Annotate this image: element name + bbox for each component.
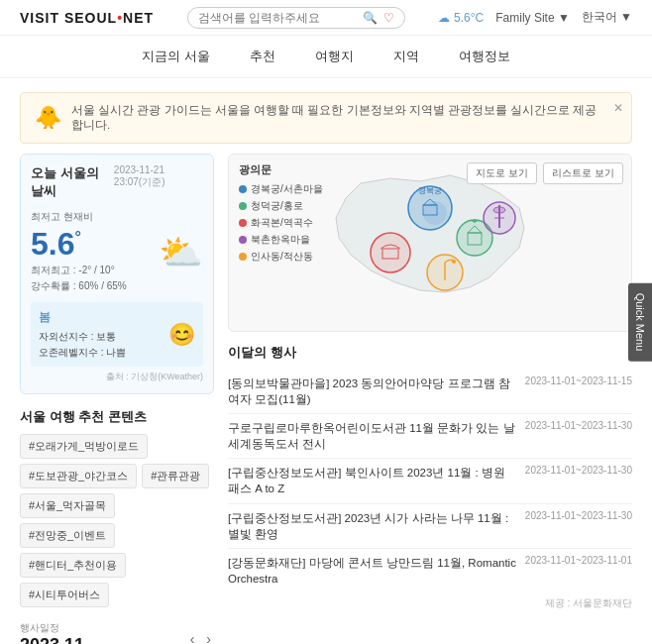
- main-nav: 지금의 서울 추천 여행지 지역 여행정보: [0, 36, 652, 78]
- left-column: 오늘 서울의 날씨 2023-11-21 23:07(기준) 최저고 현재비 5…: [20, 154, 214, 644]
- tag-grid: #오래가게_먹방이로드#도보관광_야간코스#관류관광#서울_먹자골목#전망중_이…: [20, 434, 214, 607]
- legend-item-4: 인사동/적산동: [239, 250, 323, 264]
- recommend-tag[interactable]: #도보관광_야간코스: [20, 464, 137, 488]
- recommend-section: 서울 여행 추천 콘텐츠 #오래가게_먹방이로드#도보관광_야간코스#관류관광#…: [20, 408, 214, 607]
- banner-text: 서울 실시간 관광 가이드는 서울을 여행할 때 필요한 기본정보와 지역별 관…: [71, 103, 601, 133]
- recommend-tag[interactable]: #핸디터_추천이용: [20, 553, 126, 578]
- weather-temperature: 5.6°: [31, 226, 127, 263]
- tower-top: [493, 207, 505, 213]
- events-section: 이달의 행사 [동의보박물관마을] 2023 동의안어마약당 프로그램 참여자 …: [228, 344, 632, 610]
- calendar-prev-button[interactable]: ‹: [187, 631, 198, 644]
- main-content: 오늘 서울의 날씨 2023-11-21 23:07(기준) 최저고 현재비 5…: [0, 154, 652, 644]
- search-icon[interactable]: 🔍: [363, 11, 378, 25]
- banner-close-button[interactable]: ✕: [613, 101, 623, 115]
- list-view-button[interactable]: 리스트로 보기: [543, 162, 623, 184]
- event-title[interactable]: [강동문화재단] 마당에 콘서트 낭만드림 11월, Romantic Orch…: [228, 555, 517, 587]
- events-list: [동의보박물관마을] 2023 동의안어마약당 프로그램 참여자 모집(11월)…: [228, 370, 632, 592]
- recommend-tag[interactable]: #오래가게_먹방이로드: [20, 434, 148, 459]
- legend-item-3: 북촌한옥마을: [239, 233, 323, 247]
- legend-item-0: 경복궁/서촌마을: [239, 182, 323, 196]
- right-column: 지도로 보기 리스트로 보기 광의문 경복궁/서촌마을청덕궁/홍로화곡본/역곡수…: [228, 154, 632, 644]
- legend-label: 화곡본/역곡수: [251, 216, 313, 230]
- language-selector[interactable]: 한국어 ▼: [582, 9, 632, 26]
- legend-dot: [239, 236, 247, 244]
- legend-dot: [239, 219, 247, 227]
- weather-card: 오늘 서울의 날씨 2023-11-21 23:07(기준) 최저고 현재비 5…: [20, 154, 214, 394]
- event-date: 2023-11-01~2023-11-30: [525, 420, 632, 431]
- map-legend: 광의문 경복궁/서촌마을청덕궁/홍로화곡본/역곡수북촌한옥마을인사동/적산동: [239, 162, 323, 264]
- legend-label: 북촌한옥마을: [251, 233, 310, 247]
- calendar-header: 행사일정 2023.11 ‹ ›: [20, 621, 214, 644]
- recommend-tag[interactable]: #서울_먹자골목: [20, 493, 115, 518]
- calendar-label: 행사일정: [20, 621, 84, 635]
- cloud-icon: ☁: [438, 11, 450, 25]
- event-date: 2023-11-01~2023-11-30: [525, 465, 632, 476]
- calendar-nav: ‹ ›: [187, 631, 214, 644]
- weather-sub-info: 최저최고 : -2° / 10° 강수확률 : 60% / 65%: [31, 263, 127, 294]
- legend-dot: [239, 253, 247, 261]
- events-source: 제공 : 서울문화재단: [228, 596, 632, 610]
- map-controls: 지도로 보기 리스트로 보기: [467, 162, 623, 184]
- search-bar: 🔍 ♡: [187, 7, 405, 29]
- event-title[interactable]: 구로구립로마루한옥어린이도서관 11월 문화가 있는 날 세계동독도서 전시: [228, 420, 517, 452]
- quick-menu[interactable]: Quick Menu: [628, 283, 652, 362]
- weather-feel-icon: 😊: [168, 322, 195, 348]
- legend-dot: [239, 202, 247, 210]
- legend-item-2: 화곡본/역곡수: [239, 216, 323, 230]
- legend-label: 경복궁/서촌마을: [251, 182, 323, 196]
- header: VISIT SEOUL•NET 🔍 ♡ ☁ 5.6°C Family Site …: [0, 0, 652, 36]
- info-banner: 🐥 서울 실시간 관광 가이드는 서울을 여행할 때 필요한 기본정보와 지역별…: [20, 92, 632, 144]
- legend-label: 청덕궁/홍로: [251, 199, 303, 213]
- header-right: ☁ 5.6°C Family Site ▼ 한국어 ▼: [438, 9, 632, 26]
- event-item: [강동문화재단] 마당에 콘서트 낭만드림 11월, Romantic Orch…: [228, 549, 632, 592]
- weather-cloud-icon: ⛅: [159, 232, 203, 273]
- nav-item-travel-info[interactable]: 여행정보: [459, 46, 510, 67]
- event-title[interactable]: [구립중산정보도서관] 2023년 시가 사라는 나무 11월 : 별빛 환영: [228, 510, 517, 542]
- events-title: 이달의 행사: [228, 344, 632, 362]
- weather-feel-card: 봄 자외선지수 : 보통 오존레벨지수 : 나쁨 😊: [31, 302, 203, 367]
- legend-item-1: 청덕궁/홍로: [239, 199, 323, 213]
- recommend-title: 서울 여행 추천 콘텐츠: [20, 408, 214, 426]
- recommend-tag[interactable]: #관류관광: [142, 464, 209, 488]
- event-item: [구립중산정보도서관] 2023년 시가 사라는 나무 11월 : 별빛 환영 …: [228, 504, 632, 549]
- temperature-value: 5.6°C: [454, 11, 484, 25]
- event-date: 2023-11-01~2023-11-01: [525, 555, 632, 566]
- legend-label: 인사동/적산동: [251, 250, 313, 264]
- lamp-bulb: [452, 260, 456, 264]
- weather-condition: 최저고 현재비: [31, 210, 127, 224]
- legend-title: 광의문: [239, 162, 323, 177]
- weather-ozone: 오존레벨지수 : 나쁨: [39, 345, 126, 361]
- logo-dot: •: [117, 10, 123, 26]
- duck-mascot: 🐥: [35, 105, 61, 131]
- event-date: 2023-11-01~2023-11-30: [525, 510, 632, 521]
- seoul-map-svg: 경복궁: [281, 163, 579, 322]
- nav-item-now[interactable]: 지금의 서울: [142, 46, 210, 67]
- recommend-tag[interactable]: #시티투어버스: [20, 583, 109, 607]
- map-section: 지도로 보기 리스트로 보기 광의문 경복궁/서촌마을청덕궁/홍로화곡본/역곡수…: [228, 154, 632, 332]
- weather-main: 최저고 현재비 5.6° 최저최고 : -2° / 10° 강수확률 : 60%…: [31, 210, 203, 294]
- event-item: 구로구립로마루한옥어린이도서관 11월 문화가 있는 날 세계동독도서 전시 2…: [228, 414, 632, 459]
- event-title[interactable]: [구립중산정보도서관] 북인사이트 2023년 11월 : 병원 패스 A to…: [228, 465, 517, 496]
- district-label-1: 경복궁: [418, 186, 442, 195]
- weather-title: 오늘 서울의 날씨: [31, 164, 114, 200]
- heart-icon[interactable]: ♡: [383, 11, 394, 25]
- family-site-link[interactable]: Family Site ▼: [495, 11, 570, 25]
- map-view-button[interactable]: 지도로 보기: [467, 162, 537, 184]
- logo: VISIT SEOUL•NET: [20, 10, 154, 26]
- event-date: 2023-11-01~2023-11-15: [525, 376, 632, 386]
- weather-uv: 자외선지수 : 보통: [39, 329, 126, 345]
- legend-dot: [239, 185, 247, 193]
- calendar-section: 행사일정 2023.11 ‹ › SunMonTueWedThuFriSat 1…: [20, 621, 214, 644]
- weather-feel-label: 봄: [39, 308, 126, 327]
- recommend-tag[interactable]: #전망중_이벤트: [20, 523, 115, 548]
- event-title[interactable]: [동의보박물관마을] 2023 동의안어마약당 프로그램 참여자 모집(11월): [228, 376, 517, 407]
- nav-item-recommend[interactable]: 추천: [250, 46, 275, 67]
- nav-item-region[interactable]: 지역: [393, 46, 419, 67]
- temperature-badge: ☁ 5.6°C: [438, 11, 484, 25]
- calendar-next-button[interactable]: ›: [203, 631, 214, 644]
- weather-date: 2023-11-21 23:07(기준): [114, 164, 203, 189]
- district-circle-3: [371, 233, 410, 272]
- nav-item-destination[interactable]: 여행지: [315, 46, 354, 67]
- search-input[interactable]: [198, 11, 357, 25]
- event-item: [동의보박물관마을] 2023 동의안어마약당 프로그램 참여자 모집(11월)…: [228, 370, 632, 414]
